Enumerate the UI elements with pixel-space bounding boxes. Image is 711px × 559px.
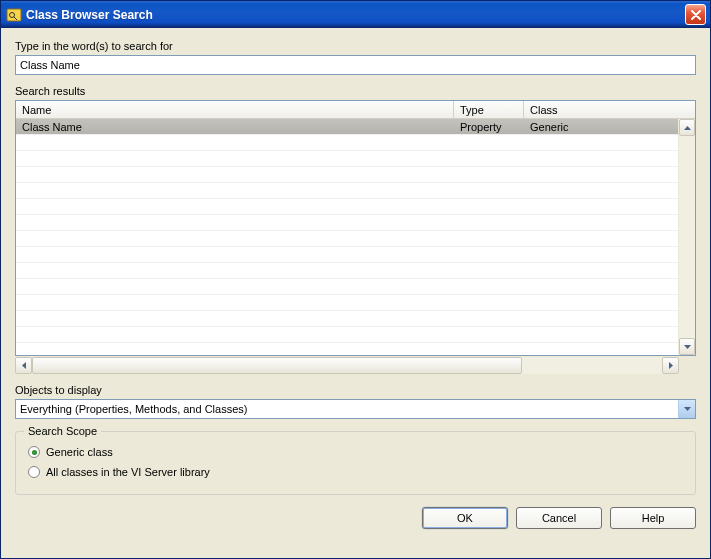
cancel-label: Cancel [542,512,576,524]
cancel-button[interactable]: Cancel [516,507,602,529]
scroll-up-button[interactable] [679,119,695,136]
empty-row [16,327,678,343]
help-button[interactable]: Help [610,507,696,529]
radio-all[interactable] [28,466,40,478]
vertical-scrollbar[interactable] [678,119,695,355]
empty-row [16,231,678,247]
empty-row [16,295,678,311]
results-listview[interactable]: Name Type Class Class Name Property Gene… [15,100,696,356]
empty-row [16,247,678,263]
window-title: Class Browser Search [26,8,685,22]
empty-row [16,135,678,151]
scroll-left-button[interactable] [15,357,32,374]
empty-row [16,199,678,215]
app-icon [6,7,22,23]
column-header-class[interactable]: Class [524,101,672,118]
horizontal-scrollbar[interactable] [15,357,696,374]
column-header-type[interactable]: Type [454,101,524,118]
scope-title: Search Scope [24,425,101,437]
help-label: Help [642,512,665,524]
scope-groupbox: Search Scope Generic class All classes i… [15,431,696,495]
results-label: Search results [15,85,696,97]
radio-generic-label: Generic class [46,446,113,458]
cell-class: Generic [524,119,672,134]
scroll-track[interactable] [679,136,695,338]
empty-row [16,311,678,327]
combo-value: Everything (Properties, Methods, and Cla… [16,401,678,417]
table-row[interactable]: Class Name Property Generic [16,119,678,135]
button-row: OK Cancel Help [15,507,696,529]
dialog-content: Type in the word(s) to search for Search… [1,28,710,558]
empty-row [16,183,678,199]
radio-all-row[interactable]: All classes in the VI Server library [28,466,683,478]
hscroll-track[interactable] [32,357,662,374]
header-scroll-spacer [672,101,689,118]
cell-type: Property [454,119,524,134]
listview-rows: Class Name Property Generic [16,119,678,355]
search-label: Type in the word(s) to search for [15,40,696,52]
search-input[interactable] [15,55,696,75]
hscroll-thumb[interactable] [32,357,522,374]
radio-all-label: All classes in the VI Server library [46,466,210,478]
listview-header: Name Type Class [16,101,695,119]
scroll-right-button[interactable] [662,357,679,374]
display-label: Objects to display [15,384,696,396]
ok-label: OK [457,512,473,524]
display-combo[interactable]: Everything (Properties, Methods, and Cla… [15,399,696,419]
ok-button[interactable]: OK [422,507,508,529]
empty-row [16,167,678,183]
column-header-name[interactable]: Name [16,101,454,118]
radio-generic[interactable] [28,446,40,458]
empty-row [16,263,678,279]
dialog-window: Class Browser Search Type in the word(s)… [0,0,711,559]
cell-name: Class Name [16,119,454,134]
scroll-down-button[interactable] [679,338,695,355]
radio-generic-row[interactable]: Generic class [28,446,683,458]
listview-body: Class Name Property Generic [16,119,695,355]
titlebar: Class Browser Search [1,1,710,28]
combo-dropdown-button[interactable] [678,400,695,418]
empty-row [16,151,678,167]
empty-row [16,279,678,295]
close-button[interactable] [685,4,706,25]
scroll-corner [679,357,696,374]
empty-row [16,215,678,231]
